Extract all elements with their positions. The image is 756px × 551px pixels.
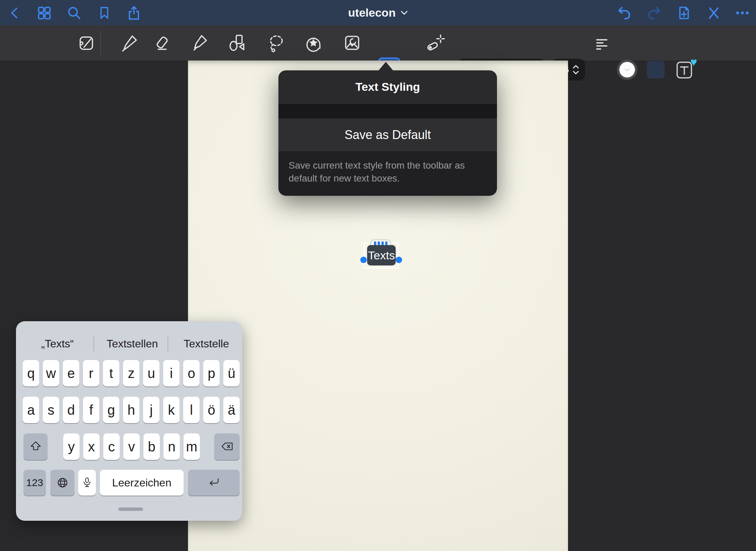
selected-text-box[interactable]: Texts (364, 242, 399, 269)
shapes-icon (228, 33, 247, 52)
key-n[interactable]: n (164, 433, 180, 460)
share-button[interactable] (126, 5, 142, 21)
key-o[interactable]: o (183, 360, 200, 386)
page-title: utelecon (348, 6, 396, 19)
secondary-color-swatch[interactable] (647, 61, 665, 79)
key-r[interactable]: r (83, 360, 99, 386)
key-b[interactable]: b (143, 433, 160, 460)
shapes-tool[interactable] (228, 33, 247, 52)
backspace-icon (220, 440, 235, 453)
text-color-swatch[interactable] (617, 59, 637, 80)
read-only-mode-button[interactable] (76, 33, 96, 52)
more-icon (735, 5, 750, 21)
text-styling-popover: Text Styling Save as Default Save curren… (278, 70, 497, 196)
key-e[interactable]: e (63, 360, 79, 386)
highlighter-tool[interactable] (190, 33, 209, 52)
document-title-button[interactable]: utelecon (348, 0, 408, 25)
photo-icon (343, 33, 362, 52)
dictation-key[interactable] (78, 470, 96, 496)
redo-button[interactable] (646, 5, 663, 21)
key-l[interactable]: l (183, 397, 200, 423)
globe-key[interactable] (50, 470, 74, 496)
key-j[interactable]: j (143, 397, 159, 423)
key-row-1: qwertzuiopü (23, 360, 240, 386)
lasso-icon (267, 33, 286, 52)
pen-tool[interactable] (120, 33, 139, 52)
keyboard-drag-handle[interactable] (118, 507, 143, 511)
undo-button[interactable] (616, 5, 632, 21)
elements-icon (304, 33, 323, 52)
key-row-3: yxcvbnm (63, 433, 200, 460)
tool-bar: T HiraginoSans-... 16 (0, 25, 756, 61)
key-k[interactable]: k (163, 397, 179, 423)
key-s[interactable]: s (43, 397, 59, 423)
toolbar-divider (100, 31, 101, 55)
bookmark-button[interactable] (96, 5, 113, 21)
key-x[interactable]: x (83, 433, 100, 460)
key-z[interactable]: z (123, 360, 139, 386)
text-color-current (619, 62, 635, 78)
key-ö[interactable]: ö (203, 397, 220, 423)
search-icon (66, 5, 82, 21)
popover-title: Text Styling (278, 70, 497, 104)
key-v[interactable]: v (123, 433, 140, 460)
key-g[interactable]: g (103, 397, 119, 423)
return-key[interactable] (188, 470, 240, 496)
search-button[interactable] (66, 5, 82, 21)
text-align-button[interactable] (593, 35, 612, 54)
stepper-chevrons-icon (572, 65, 579, 75)
chevron-down-icon (400, 10, 408, 16)
resize-handle-right[interactable] (396, 257, 402, 263)
back-button[interactable] (7, 5, 23, 21)
key-c[interactable]: c (103, 433, 120, 460)
key-y[interactable]: y (63, 433, 80, 460)
back-icon (8, 5, 22, 21)
key-p[interactable]: p (203, 360, 220, 386)
onscreen-keyboard: „Texts“ Textstellen Textstelle qwertzuio… (16, 321, 242, 521)
suggestion-2[interactable]: Textstellen (102, 335, 163, 352)
stop-editing-button[interactable] (706, 5, 722, 21)
read-only-mode-icon (76, 33, 96, 52)
shift-icon (29, 440, 42, 453)
photo-tool[interactable] (343, 33, 362, 52)
save-as-default-button[interactable]: Save as Default (278, 119, 497, 152)
text-box-content[interactable]: Texts (367, 245, 396, 265)
key-u[interactable]: u (143, 360, 159, 386)
laser-pointer-tool[interactable] (426, 33, 445, 52)
key-w[interactable]: w (43, 360, 59, 386)
lasso-tool[interactable] (267, 33, 286, 52)
key-ü[interactable]: ü (223, 360, 240, 386)
key-a[interactable]: a (23, 397, 39, 423)
shift-key[interactable] (23, 433, 48, 460)
heart-icon: ♥ (690, 56, 697, 68)
suggestion-1[interactable]: „Texts“ (27, 335, 88, 352)
suggestion-divider (93, 336, 94, 351)
favorite-text-style-button[interactable]: ♥ (675, 59, 695, 81)
add-page-button[interactable] (676, 5, 692, 21)
chevron-down-icon (624, 68, 630, 72)
backspace-key[interactable] (214, 433, 240, 460)
resize-handle-left[interactable] (360, 257, 367, 263)
page-grid-button[interactable] (36, 5, 52, 21)
page-grid-icon (36, 5, 52, 21)
redo-icon (647, 5, 662, 21)
app-window: utelecon (0, 0, 756, 551)
eraser-tool[interactable] (153, 33, 172, 52)
numbers-key[interactable]: 123 (23, 470, 46, 496)
undo-icon (616, 5, 632, 21)
suggestion-3[interactable]: Textstelle (176, 335, 237, 352)
pen-icon (120, 33, 139, 52)
eraser-icon (153, 33, 172, 52)
key-q[interactable]: q (23, 360, 39, 386)
more-button[interactable] (734, 5, 751, 21)
key-h[interactable]: h (123, 397, 139, 423)
add-page-icon (676, 4, 691, 21)
key-f[interactable]: f (83, 397, 99, 423)
key-i[interactable]: i (163, 360, 179, 386)
key-ä[interactable]: ä (223, 397, 240, 423)
space-key[interactable]: Leerzeichen (100, 470, 184, 496)
key-m[interactable]: m (184, 433, 200, 460)
key-t[interactable]: t (103, 360, 119, 386)
elements-tool[interactable] (304, 33, 323, 52)
key-d[interactable]: d (63, 397, 79, 423)
